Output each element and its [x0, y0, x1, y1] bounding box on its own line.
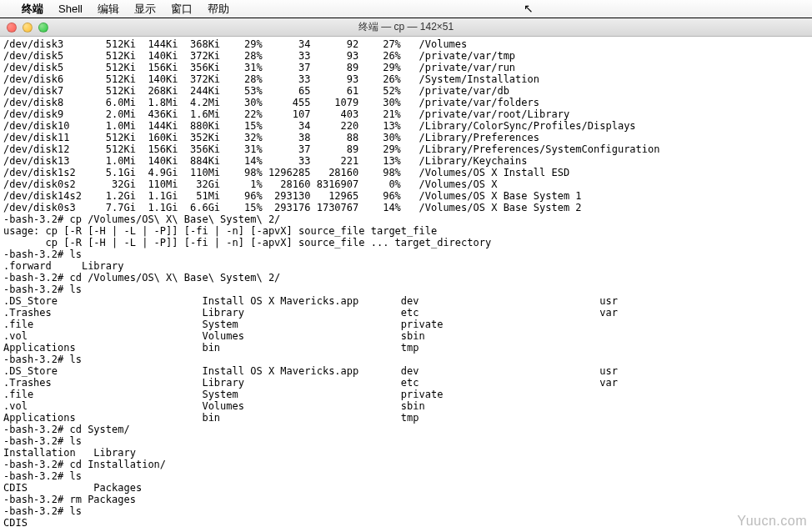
- window-titlebar: 终端 — cp — 142×51: [0, 18, 812, 37]
- terminal-output[interactable]: /dev/disk3 512Ki 144Ki 368Ki 29% 34 92 2…: [0, 37, 812, 530]
- menu-view[interactable]: 显示: [134, 2, 156, 17]
- system-menubar: 终端 Shell 编辑 显示 窗口 帮助: [0, 0, 812, 18]
- menu-shell[interactable]: Shell: [58, 3, 83, 15]
- window-title: 终端 — cp — 142×51: [358, 20, 454, 34]
- close-button[interactable]: [7, 23, 17, 33]
- menu-edit[interactable]: 编辑: [98, 2, 119, 17]
- watermark: Yuucn.com: [737, 514, 807, 529]
- app-menu[interactable]: 终端: [22, 2, 43, 17]
- menu-help[interactable]: 帮助: [208, 2, 229, 17]
- zoom-button[interactable]: [38, 23, 48, 33]
- menu-window[interactable]: 窗口: [171, 2, 193, 17]
- minimize-button[interactable]: [23, 23, 33, 33]
- window-controls: [0, 23, 48, 33]
